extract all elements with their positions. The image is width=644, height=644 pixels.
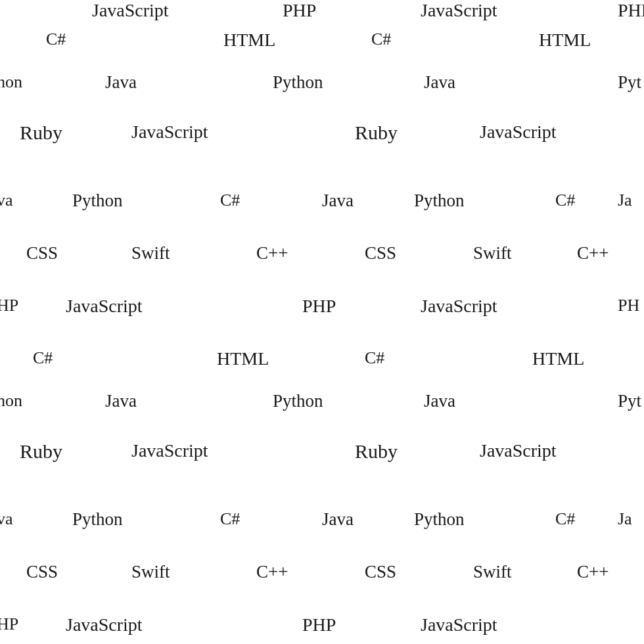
word-21: Python [414,191,465,211]
word-16: JavaScript [480,122,557,143]
pattern-container: PHPJavaScriptJavaScriptPHPC#HTMLC#HTMLho… [0,0,644,644]
word-47: JavaScript [480,440,557,461]
word-19: C# [220,191,240,210]
word-59: Swift [473,562,512,582]
word-10: Python [273,72,323,93]
word-33: JavaScript [421,296,497,317]
word-64: JavaScript [421,614,497,635]
word-9: Java [105,72,137,93]
word-43: Pyt [618,391,641,411]
word-27: CSS [365,243,396,264]
word-61: HP [0,614,18,634]
word-14: JavaScript [131,122,208,143]
word-54: Ja [618,509,632,529]
word-60: C++ [577,562,609,582]
word-13: Ruby [20,122,62,144]
word-20: Java [322,191,354,211]
word-57: C++ [256,562,288,582]
word-25: Swift [131,243,170,264]
word-42: Java [424,391,455,411]
word-53: C# [555,509,575,529]
word-56: Swift [131,562,170,582]
word-29: C++ [577,243,609,264]
word-5: HTML [223,30,275,51]
word-24: CSS [26,243,58,264]
word-12: Pyt [618,72,641,93]
word-6: C# [371,30,391,49]
word-50: C# [220,509,240,529]
word-62: JavaScript [66,614,143,635]
word-48: va [0,509,13,529]
word-15: Ruby [355,122,398,144]
word-35: C# [33,348,53,368]
word-52: Python [414,509,465,530]
word-49: Python [72,509,123,530]
word-17: va [0,191,13,210]
word-44: Ruby [20,440,62,463]
word-41: Python [273,391,323,411]
word-40: Java [105,391,137,411]
word-11: Java [424,72,455,93]
word-55: CSS [26,562,58,582]
word-22: C# [555,191,575,210]
word-45: JavaScript [131,440,208,461]
word-51: Java [322,509,354,530]
word-23: Ja [618,191,632,210]
word-0: PHP [283,0,316,21]
word-34: PH [618,296,639,315]
word-18: Python [72,191,123,211]
word-38: HTML [532,348,584,369]
word-26: C++ [256,243,288,264]
word-31: JavaScript [66,296,143,317]
word-46: Ruby [355,440,398,463]
word-36: HTML [217,348,269,369]
word-63: PHP [302,614,336,635]
word-37: C# [365,348,384,368]
word-58: CSS [365,562,396,582]
word-4: C# [46,30,66,49]
word-28: Swift [473,243,512,264]
word-8: hon [0,72,22,92]
word-7: HTML [539,30,591,51]
word-2: JavaScript [421,0,497,21]
word-39: hon [0,391,22,411]
word-3: PHP [618,0,644,21]
word-30: HP [0,296,18,315]
word-32: PHP [302,296,336,317]
word-1: JavaScript [92,0,169,21]
